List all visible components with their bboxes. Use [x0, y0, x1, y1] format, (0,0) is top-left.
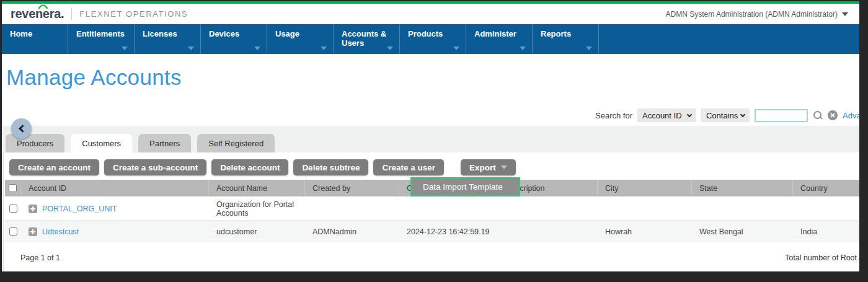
clear-search-icon[interactable] — [828, 110, 838, 120]
header-divider — [71, 8, 72, 20]
nav-item-label: Home — [10, 29, 32, 38]
delete-subtree-button[interactable]: Delete subtree — [293, 159, 368, 175]
city-cell: Howrah — [598, 221, 692, 242]
nav-item-label: Reports — [541, 29, 571, 38]
chevron-down-icon — [687, 112, 692, 117]
nav-item-label: Licenses — [143, 29, 177, 38]
nav-item-label: Devices — [209, 29, 239, 38]
user-menu[interactable]: ADMN System Administration (ADMN Adminis… — [666, 10, 848, 19]
chevron-down-icon — [586, 46, 592, 50]
chevron-down-icon — [740, 112, 745, 117]
nav-item-accounts-users[interactable]: Accounts & Users — [334, 24, 400, 54]
row-checkbox[interactable] — [9, 227, 17, 236]
tab-label: Partners — [149, 139, 180, 148]
tab-customers[interactable]: Customers — [71, 134, 132, 152]
account-name-cell: Organization for Portal Accounts — [209, 196, 305, 220]
tab-self-registered[interactable]: Self Registered — [197, 134, 275, 152]
delete-account-button[interactable]: Delete account — [211, 159, 288, 175]
nav-item-entitlements[interactable]: Entitlements — [68, 24, 135, 54]
page-info: Page 1 of 1 — [20, 253, 60, 262]
advanced-search-link[interactable]: Advanced — [843, 111, 859, 120]
nav-item-label: Administer — [474, 29, 516, 38]
column-header-account-id[interactable]: Account ID — [21, 180, 209, 196]
search-field-select[interactable]: Account ID — [637, 108, 696, 122]
create-user-button[interactable]: Create a user — [373, 159, 444, 175]
search-operator-selected-value: Contains — [706, 111, 738, 120]
description-cell — [498, 221, 598, 242]
description-cell — [498, 196, 598, 220]
select-all-checkbox[interactable] — [9, 184, 17, 192]
search-bar: Search for Account ID Contains Advanced — [595, 107, 859, 123]
tab-producers[interactable]: Producers — [6, 134, 64, 152]
column-header-account-name[interactable]: Account Name — [209, 180, 305, 196]
nav-item-products[interactable]: Products — [400, 24, 466, 54]
column-header-country[interactable]: Country — [793, 180, 859, 196]
expand-icon[interactable] — [29, 227, 37, 236]
state-cell: West Bengal — [692, 221, 793, 242]
export-menu-item-data-import-template[interactable]: Data Import Template — [410, 177, 520, 196]
create-account-button[interactable]: Create an account — [9, 159, 99, 175]
search-operator-select[interactable]: Contains — [701, 108, 750, 122]
search-icon[interactable] — [813, 110, 823, 120]
search-for-label: Search for — [595, 111, 632, 120]
tab-label: Producers — [17, 139, 53, 148]
panel-left-edge — [3, 152, 4, 271]
chevron-down-icon — [321, 46, 327, 50]
created-by-cell: ADMNadmin — [305, 221, 399, 242]
nav-item-label: Products — [408, 29, 443, 38]
chevron-left-icon — [19, 125, 27, 133]
chevron-down-icon — [520, 46, 526, 50]
export-button[interactable]: Export — [461, 159, 516, 175]
column-header-created-by[interactable]: Created by — [305, 180, 399, 196]
revenera-logo: revenera. — [11, 7, 64, 21]
chevron-down-icon — [501, 165, 507, 169]
search-field-selected-value: Account ID — [642, 111, 682, 120]
search-input[interactable] — [755, 109, 808, 122]
collapse-panel-button[interactable] — [11, 118, 32, 139]
toolbar: Create an account Create a sub-account D… — [9, 159, 516, 175]
chevron-down-icon — [842, 12, 848, 16]
page-title: Manage Accounts — [6, 65, 182, 90]
export-button-label: Export — [469, 163, 496, 172]
account-link[interactable]: Udtestcust — [42, 227, 79, 236]
logo-leaf-icon — [38, 4, 48, 9]
tab-label: Self Registered — [208, 139, 264, 148]
created-on-cell: 2024-12-23 16:42:59.19 — [399, 221, 498, 242]
chevron-down-icon — [453, 46, 459, 50]
account-id-cell: Udtestcust — [21, 221, 209, 242]
select-all-cell — [5, 180, 21, 196]
main-nav: Home Entitlements Licenses Devices Usage… — [2, 24, 859, 54]
tab-partners[interactable]: Partners — [138, 134, 191, 152]
nav-item-usage[interactable]: Usage — [267, 24, 334, 54]
nav-item-licenses[interactable]: Licenses — [135, 24, 201, 54]
chevron-down-icon — [122, 46, 128, 50]
table-row: PORTAL_ORG_UNIT Organization for Portal … — [5, 196, 859, 221]
nav-item-devices[interactable]: Devices — [201, 24, 267, 54]
row-checkbox-cell — [5, 221, 21, 242]
city-cell — [598, 196, 692, 220]
chevron-down-icon — [254, 46, 260, 50]
account-type-tabs: Producers Customers Partners Self Regist… — [6, 134, 275, 152]
nav-item-home[interactable]: Home — [2, 24, 68, 54]
chevron-down-icon — [188, 46, 194, 50]
product-name: FLEXNET OPERATIONS — [79, 9, 188, 19]
column-header-city[interactable]: City — [598, 180, 692, 196]
table-row: Udtestcust udcustomer ADMNadmin 2024-12-… — [5, 221, 859, 242]
create-sub-account-button[interactable]: Create a sub-account — [104, 159, 206, 175]
nav-item-administer[interactable]: Administer — [466, 24, 533, 54]
app-window: revenera. FLEXNET OPERATIONS ADMN System… — [2, 1, 859, 271]
country-cell — [793, 196, 859, 220]
account-link[interactable]: PORTAL_ORG_UNIT — [42, 205, 117, 213]
account-name-cell: udcustomer — [209, 221, 305, 242]
export-menu: Data Import Template — [410, 177, 520, 196]
expand-icon[interactable] — [29, 205, 37, 213]
user-menu-label: ADMN System Administration (ADMN Adminis… — [666, 10, 838, 19]
column-header-state[interactable]: State — [692, 180, 793, 196]
nav-item-label: Usage — [275, 29, 299, 38]
created-on-cell — [399, 196, 498, 220]
total-root-accounts-label: Total number of Root Accounts — [785, 253, 859, 262]
nav-item-label: Accounts & Users — [342, 29, 386, 48]
row-checkbox[interactable] — [9, 205, 17, 213]
account-id-cell: PORTAL_ORG_UNIT — [21, 196, 209, 220]
nav-item-reports[interactable]: Reports — [533, 24, 599, 54]
